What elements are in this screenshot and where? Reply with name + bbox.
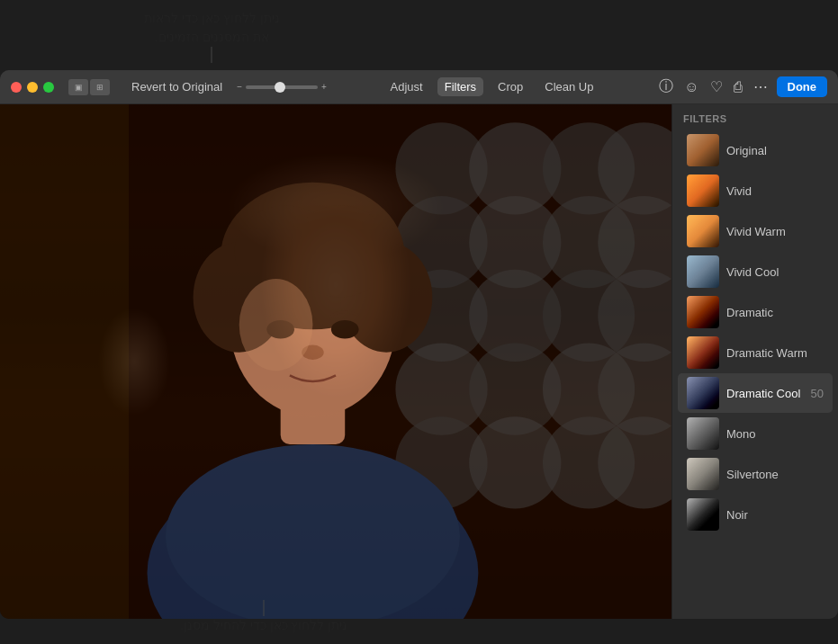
app-window: ▣ ⊞ Revert to Original − + Adjust Filter…	[0, 70, 838, 619]
filter-name-dramatic: Dramatic	[726, 306, 824, 319]
traffic-lights	[11, 82, 54, 93]
filter-thumb-mono	[687, 417, 719, 450]
filter-item-silvertone[interactable]: Silvertone	[678, 454, 833, 494]
cleanup-tab[interactable]: Clean Up	[537, 77, 600, 96]
heart-button[interactable]: ♡	[708, 76, 725, 97]
filter-item-original[interactable]: Original	[678, 130, 833, 170]
share-button[interactable]: ⎙	[732, 77, 744, 97]
filter-thumb-dramatic	[687, 296, 719, 328]
filter-name-silvertone: Silvertone	[726, 468, 824, 481]
filter-thumb-dramatic-cool	[687, 377, 719, 409]
filter-item-vivid[interactable]: Vivid	[678, 171, 833, 210]
filter-item-noir[interactable]: Noir	[678, 495, 833, 534]
photo-placeholder	[0, 104, 671, 619]
filter-thumb-vivid	[687, 174, 719, 207]
emoji-button[interactable]: ☺	[682, 77, 700, 97]
filter-name-mono: Mono	[726, 427, 824, 441]
compare-view-button[interactable]: ⊞	[90, 79, 110, 95]
fullscreen-button[interactable]	[43, 82, 54, 93]
done-button[interactable]: Done	[777, 76, 828, 97]
close-button[interactable]	[11, 82, 22, 93]
zoom-out-icon: −	[237, 82, 242, 92]
svg-point-32	[331, 320, 359, 338]
filter-name-vivid-warm: Vivid Warm	[726, 225, 824, 238]
filter-item-dramatic-cool[interactable]: Dramatic Cool50	[678, 373, 833, 413]
photo-svg	[0, 104, 671, 619]
filter-thumb-vivid-cool	[687, 255, 719, 288]
filters-tab[interactable]: Filters	[437, 77, 483, 96]
filter-name-noir: Noir	[726, 508, 824, 522]
filter-name-vivid: Vivid	[726, 184, 824, 198]
svg-rect-1	[0, 104, 129, 619]
zoom-slider[interactable]: − +	[237, 82, 327, 92]
photo-area	[0, 104, 671, 619]
more-button[interactable]: ⋯	[752, 76, 770, 97]
filter-item-vivid-cool[interactable]: Vivid Cool	[678, 252, 833, 291]
dramatic-group: DramaticDramatic WarmDramatic Cool50	[672, 292, 838, 413]
filter-item-dramatic[interactable]: Dramatic	[678, 292, 833, 332]
svg-point-30	[290, 205, 391, 297]
revert-button[interactable]: Revert to Original	[124, 77, 230, 96]
main-content: FILTERS OriginalVividVivid WarmVivid Coo…	[0, 104, 838, 619]
toolbar-right-icons: ⓘ ☺ ♡ ⎙ ⋯	[657, 76, 769, 98]
info-button[interactable]: ⓘ	[657, 76, 675, 98]
filter-thumb-original	[687, 134, 719, 166]
slider-thumb	[275, 82, 285, 93]
crop-tab[interactable]: Crop	[491, 77, 530, 96]
filter-name-vivid-cool: Vivid Cool	[726, 265, 824, 279]
filter-thumb-noir	[687, 498, 719, 531]
filter-item-dramatic-warm[interactable]: Dramatic Warm	[678, 333, 833, 372]
filter-value-dramatic-cool: 50	[811, 387, 824, 400]
tooltip-top: ניתן ללחוץ כאן כדי לראות את המסננים הזמי…	[144, 9, 280, 47]
filters-list: OriginalVividVivid WarmVivid CoolDramati…	[672, 130, 838, 619]
filter-thumb-silvertone	[687, 458, 719, 490]
view-toggle: ▣ ⊞	[68, 79, 110, 95]
minimize-button[interactable]	[27, 82, 38, 93]
tooltip-bottom: ניתן ללחוץ כאן כדי להחיל מסנן.	[180, 616, 347, 635]
single-view-button[interactable]: ▣	[68, 79, 88, 95]
filter-item-vivid-warm[interactable]: Vivid Warm	[678, 211, 833, 251]
zoom-in-icon: +	[321, 82, 327, 92]
filter-name-dramatic-warm: Dramatic Warm	[726, 346, 824, 360]
filters-panel: FILTERS OriginalVividVivid WarmVivid Coo…	[671, 104, 838, 619]
svg-point-34	[239, 279, 313, 371]
filter-name-dramatic-cool: Dramatic Cool	[726, 387, 804, 400]
filter-name-original: Original	[726, 144, 824, 157]
slider-track	[246, 85, 318, 89]
adjust-tab[interactable]: Adjust	[383, 77, 430, 96]
titlebar: ▣ ⊞ Revert to Original − + Adjust Filter…	[0, 70, 838, 104]
filters-panel-header: FILTERS	[672, 104, 838, 130]
filter-item-mono[interactable]: Mono	[678, 414, 833, 453]
filter-thumb-dramatic-warm	[687, 336, 719, 369]
filter-thumb-vivid-warm	[687, 215, 719, 247]
